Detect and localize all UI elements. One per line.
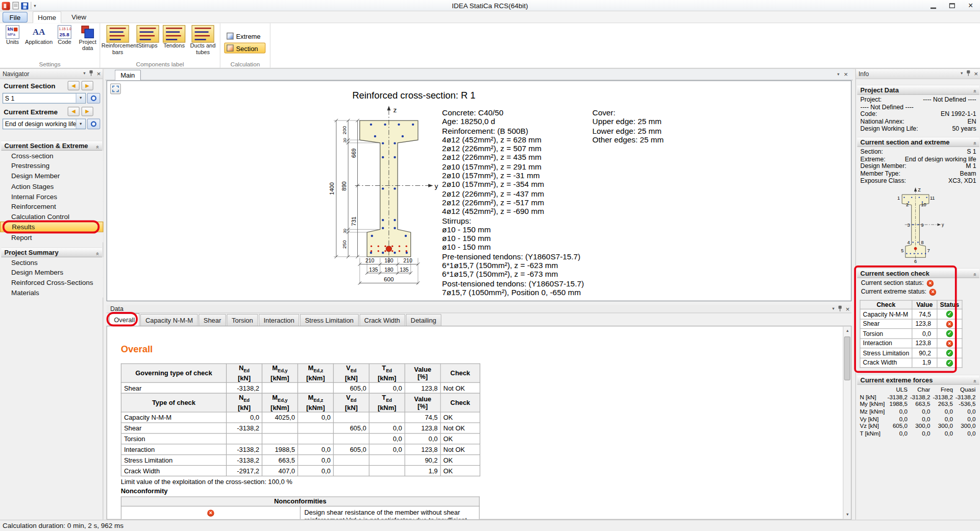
dim-web: 890 (341, 181, 347, 190)
drawing-annotation-line: Post-tensioned tendons: (Y1860S7-15.7) (442, 279, 599, 288)
zoom-fit-button[interactable] (110, 83, 121, 94)
ribbon-group-settings: Units Application Code Project data Sett… (0, 23, 100, 67)
current-section-check-header[interactable]: Current section check » (857, 268, 979, 278)
fail-icon: × (927, 280, 934, 287)
collapse-chevron-icon[interactable]: » (970, 380, 979, 383)
data-tab-stress-limitation[interactable]: Stress Limitation (300, 314, 359, 326)
data-tab-bar: OverallCapacity N-M-MShearTorsionInterac… (109, 313, 851, 326)
minimize-button[interactable] (924, 0, 943, 11)
tab-list-icon[interactable]: ▾ (837, 71, 839, 77)
reinforcement-bars-button[interactable]: Reinforcement bars (102, 25, 134, 55)
info-panel-header: Info ▾ × (856, 69, 980, 79)
close-button[interactable]: × (961, 0, 980, 11)
drawing-canvas[interactable]: Reinforced cross-section: R 1 z y (107, 80, 852, 301)
nav-item-internal-forces[interactable]: Internal Forces (0, 191, 103, 202)
info-row: Code:EN 1992-1-1 (856, 111, 980, 118)
tendons-button[interactable]: Tendons (162, 25, 187, 50)
data-tab-crack-width[interactable]: Crack Width (359, 314, 405, 326)
current-section-extreme-header[interactable]: Current section and extreme » (857, 137, 979, 147)
ducts-and-tubes-button[interactable]: Ducts and tubes (188, 25, 218, 55)
chevron-down-icon[interactable]: ▼ (76, 93, 85, 103)
units-button[interactable]: Units (1, 25, 23, 45)
pin-icon[interactable] (89, 70, 94, 77)
collapse-chevron-icon[interactable]: » (970, 273, 979, 276)
close-icon[interactable]: × (844, 71, 848, 77)
prev-section-button[interactable]: ◀ (67, 81, 79, 90)
file-menu-button[interactable]: File (3, 12, 28, 22)
nav-item-materials[interactable]: Materials (0, 287, 103, 298)
stirrups-button[interactable]: Stirrups (135, 25, 160, 50)
table-row: T [kNm]0,00,00,00,0 (859, 430, 977, 437)
close-icon[interactable]: × (97, 70, 101, 77)
nav-group-header-project-summary[interactable]: Project Summary» (1, 247, 102, 257)
project-data-button[interactable]: Project data (76, 25, 100, 52)
application-button[interactable]: Application (25, 25, 53, 45)
nav-item-cross-section[interactable]: Cross-section (0, 151, 103, 161)
menu-bar: File Home View (0, 11, 980, 23)
tab-view[interactable]: View (65, 11, 93, 23)
data-tab-detailing[interactable]: Detailing (406, 314, 442, 326)
chevron-down-icon[interactable]: ▼ (76, 119, 85, 129)
table-row: Stress Limitation-3138,2663,50,090,2OK (121, 455, 480, 466)
nav-item-action-stages[interactable]: Action Stages (0, 181, 103, 191)
pin-icon[interactable] (966, 70, 971, 77)
collapse-chevron-icon[interactable]: » (970, 90, 979, 93)
current-extreme-select[interactable]: End of design working life ▼ (3, 118, 86, 129)
project-data-header[interactable]: Project Data » (857, 85, 979, 95)
table-row: Torsion0,00,0OK (121, 433, 480, 444)
scroll-down-icon[interactable]: ▼ (843, 510, 851, 519)
svg-text:210: 210 (365, 258, 375, 263)
data-tab-torsion[interactable]: Torsion (227, 314, 258, 326)
nav-item-calculation-control[interactable]: Calculation Control (0, 211, 103, 222)
info-row: Design Member:M 1 (856, 163, 980, 170)
vertical-scrollbar[interactable]: ▲ ▼ (843, 326, 851, 519)
panel-menu-icon[interactable]: ▾ (961, 70, 963, 77)
nav-item-design-member[interactable]: Design Member (0, 171, 103, 181)
data-tab-capacity-n-m-m[interactable]: Capacity N-M-M (140, 314, 198, 326)
data-tab-interaction[interactable]: Interaction (259, 314, 300, 326)
close-icon[interactable]: × (974, 70, 978, 77)
pin-icon[interactable] (838, 306, 843, 312)
code-button[interactable]: Code (54, 25, 76, 45)
table-row: Shear-3138,2605,00,0123,8Not OK (121, 423, 480, 433)
nav-group-header-current-section-extreme[interactable]: Current Section & Extreme» (1, 140, 102, 151)
table-row: Stress Limitation90,2✓ (860, 348, 962, 358)
current-section-select[interactable]: S 1 ▼ (3, 93, 86, 104)
panel-menu-icon[interactable]: ▾ (832, 306, 834, 312)
table-row: Shear-3138,2605,00,0123,8Not OK (121, 382, 480, 393)
panel-menu-icon[interactable]: ▾ (83, 70, 85, 77)
reinforcement-bars-icon (107, 25, 129, 42)
nav-item-reinforcement[interactable]: Reinforcement (0, 202, 103, 212)
collapse-chevron-icon[interactable]: » (970, 142, 979, 145)
next-section-button[interactable]: ▶ (81, 81, 93, 90)
nav-item-reinforced-cross-sections[interactable]: Reinforced Cross-Sections (0, 277, 103, 287)
y-axis-label: y (434, 182, 438, 190)
nav-item-design-members[interactable]: Design Members (0, 268, 103, 278)
current-extreme-forces-header[interactable]: Current extreme forces » (857, 375, 979, 385)
data-tab-overall[interactable]: Overall (109, 313, 139, 326)
maximize-button[interactable] (942, 0, 961, 11)
collapse-chevron-icon[interactable]: » (93, 252, 102, 255)
extreme-settings-button[interactable] (87, 118, 101, 129)
close-icon[interactable]: × (846, 306, 850, 312)
extreme-button[interactable]: Extreme (224, 31, 265, 41)
prev-extreme-button[interactable]: ◀ (67, 107, 79, 116)
tab-home[interactable]: Home (33, 11, 61, 23)
next-extreme-button[interactable]: ▶ (81, 107, 93, 116)
svg-text:7: 7 (927, 248, 930, 253)
scrollbar-thumb[interactable] (844, 336, 850, 380)
tab-main[interactable]: Main (115, 69, 141, 80)
nav-item-results[interactable]: Results (0, 222, 103, 232)
table-row: N [kN]-3138,2-3138,2-3138,2-3138,2 (859, 393, 977, 400)
data-tab-shear[interactable]: Shear (199, 314, 226, 326)
section-button[interactable]: Section (224, 43, 265, 54)
ribbon-group-components-label: Reinforcement bars Stirrups Tendons Duct… (100, 23, 220, 67)
info-row: Member Type:Beam (856, 170, 980, 177)
nav-item-prestressing[interactable]: Prestressing (0, 161, 103, 171)
section-settings-button[interactable] (87, 93, 101, 104)
drawing-annotation-line: 2ø12 (226mm²), z = 507 mm (442, 144, 599, 154)
scroll-up-icon[interactable]: ▲ (843, 326, 851, 335)
collapse-chevron-icon[interactable]: » (93, 146, 102, 149)
nav-item-report[interactable]: Report (0, 232, 103, 242)
nav-item-sections[interactable]: Sections (0, 257, 103, 268)
